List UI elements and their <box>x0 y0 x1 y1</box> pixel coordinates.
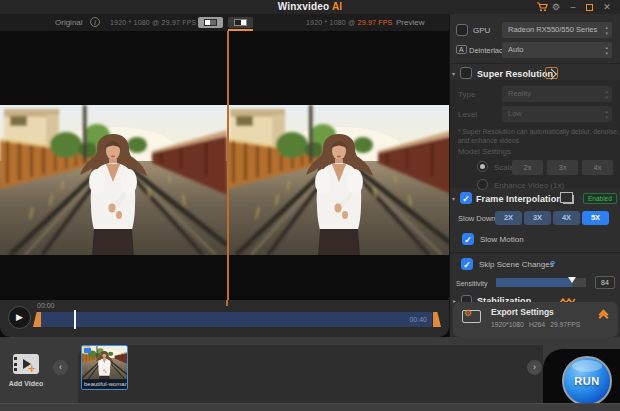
close-icon[interactable]: ✕ <box>601 0 613 14</box>
play-button[interactable]: ▶ <box>8 306 31 329</box>
skip-scene-changes-label: Skip Scene Changes <box>479 260 554 269</box>
dropdown-arrows-icon: ▴▾ <box>605 44 608 56</box>
gear-icon[interactable]: ⚙ <box>550 0 562 14</box>
run-area: RUN <box>543 349 620 403</box>
help-icon[interactable]: ? <box>550 259 556 269</box>
add-plus-icon: + <box>28 361 36 376</box>
sensitivity-label: Sensitivity <box>456 280 488 287</box>
super-resolution-title: Super Resolution <box>477 69 553 79</box>
slow-down-label: Slow Down <box>458 214 496 223</box>
sensitivity-value: 84 <box>595 276 615 289</box>
super-resolution-caret-icon[interactable]: ▾ <box>452 70 455 77</box>
media-bar: + Add Video ‹ beautiful-woman- › RUN <box>0 337 620 403</box>
export-settings-card[interactable]: ⚙ Export Settings 1920*1080H26429.97FPS <box>453 302 618 337</box>
title-bar: Winxvideo AI ⚙ – ✕ <box>0 0 620 14</box>
slow-down-4x-button[interactable]: 4X <box>553 211 580 225</box>
divider-tick <box>226 300 228 306</box>
timeline-current-time: 00:00 <box>37 302 55 309</box>
preview-resolution: 1920 * 1080 @ 29.97 FPS <box>306 19 392 26</box>
enhance-video-label: Enhance Video (1x) <box>494 181 564 190</box>
settings-panel: GPU Radeon RX550/550 Series ▴▾ A Deinter… <box>449 14 620 337</box>
winxvideo-app-window: Winxvideo AI ⚙ – ✕ Original i 1920 * 108… <box>0 0 620 411</box>
maximize-icon[interactable] <box>586 4 593 11</box>
chevron-right-icon[interactable]: › <box>527 360 542 375</box>
enhance-video-radio[interactable] <box>477 179 488 190</box>
minimize-icon[interactable]: – <box>567 0 579 14</box>
preview-header: Original i 1920 * 1080 @ 29.97 FPS 1920 … <box>0 14 449 31</box>
dropdown-arrows-icon: ▴▾ <box>605 24 608 36</box>
scale-expand-icon[interactable] <box>545 67 558 79</box>
preview-section: Original i 1920 * 1080 @ 29.97 FPS 1920 … <box>0 14 449 337</box>
slow-down-2x-button[interactable]: 2X <box>495 211 522 225</box>
side-by-side-icon <box>204 19 217 26</box>
scale-2x-button[interactable]: 2x <box>512 160 543 175</box>
preview-video-pane[interactable] <box>229 31 449 300</box>
ai-badge-icon <box>84 348 91 353</box>
skip-scene-changes-checkbox[interactable]: ✓ <box>461 258 473 270</box>
gpu-dropdown[interactable]: Radeon RX550/550 Series ▴▾ <box>502 22 612 38</box>
original-resolution: 1920 * 1080 @ 29.97 FPS <box>110 19 196 26</box>
playhead[interactable] <box>74 310 76 329</box>
add-video-label[interactable]: Add Video <box>0 380 52 387</box>
super-resolution-checkbox[interactable] <box>460 67 472 79</box>
video-preview-area <box>0 31 449 300</box>
slow-motion-label: Slow Motion <box>480 235 524 244</box>
level-label: Level <box>458 110 477 119</box>
timeline-panel: ▶ 00:00 00:40 <box>0 300 449 337</box>
chevron-left-icon[interactable]: ‹ <box>53 360 68 375</box>
scale-4x-button[interactable]: 4x <box>582 160 613 175</box>
compare-side-by-side-button[interactable] <box>198 17 223 28</box>
frame-interpolation-checkbox[interactable]: ✓ <box>460 192 472 204</box>
original-label: Original <box>55 18 83 27</box>
enabled-badge: Enabled <box>583 193 617 204</box>
deinterlace-icon: A <box>456 45 467 54</box>
gpu-checkbox[interactable] <box>456 24 468 36</box>
scale-radio[interactable] <box>477 161 488 172</box>
scale-3x-button[interactable]: 3x <box>547 160 578 175</box>
gpu-label: GPU <box>473 26 490 35</box>
slow-motion-checkbox[interactable]: ✓ <box>462 233 474 245</box>
original-video-frame <box>0 105 227 255</box>
sensitivity-slider-thumb[interactable] <box>568 277 576 283</box>
preview-fps: 29.97 FPS <box>358 19 393 26</box>
clip-name: beautiful-woman- <box>82 379 127 389</box>
compare-slider-button[interactable] <box>228 17 253 28</box>
trim-handle-left[interactable] <box>33 312 41 327</box>
export-gear-icon: ⚙ <box>464 308 472 318</box>
export-settings-title: Export Settings <box>491 307 554 317</box>
sensitivity-slider[interactable] <box>496 278 586 287</box>
level-dropdown[interactable]: Low ▴▾ <box>502 106 612 122</box>
type-dropdown[interactable]: Reality ▴▾ <box>502 86 612 102</box>
scale-label: Scale <box>494 163 514 172</box>
preview-video-frame <box>229 105 449 255</box>
cart-icon[interactable] <box>536 2 548 12</box>
info-icon[interactable]: i <box>90 17 100 27</box>
frame-interpolation-caret-icon[interactable]: ▾ <box>452 195 455 202</box>
frame-interpolation-title: Frame Interpolation <box>476 194 562 204</box>
run-button-shine <box>572 360 602 372</box>
original-video-pane[interactable] <box>0 31 227 300</box>
compare-divider[interactable] <box>227 31 229 300</box>
frames-stack-icon[interactable] <box>563 195 574 204</box>
slider-compare-icon <box>234 19 247 26</box>
clip-strip <box>78 345 543 403</box>
slow-down-5x-button[interactable]: 5X <box>582 211 609 225</box>
dropdown-arrows-icon: ▴▾ <box>605 88 608 100</box>
status-strip <box>0 403 620 411</box>
app-title: Winxvideo AI <box>0 1 620 12</box>
super-resolution-note: * Super Resolution can automatically deb… <box>458 127 619 145</box>
deinterlacing-dropdown[interactable]: Auto ▴▾ <box>502 42 612 58</box>
trim-handle-right[interactable] <box>433 312 441 327</box>
sensitivity-slider-fill <box>496 278 572 287</box>
clip-thumbnail[interactable]: beautiful-woman- <box>81 345 128 390</box>
slow-down-3x-button[interactable]: 3X <box>524 211 551 225</box>
preview-label: Preview <box>396 18 424 27</box>
export-settings-details: 1920*1080H26429.97FPS <box>491 321 585 328</box>
timeline-end-time: 00:40 <box>409 316 427 323</box>
type-label: Type <box>458 90 475 99</box>
collapse-double-chevron-icon[interactable] <box>600 311 607 321</box>
model-settings-label: Model Settings <box>458 147 511 156</box>
timeline-track[interactable]: 00:40 <box>33 312 441 327</box>
timeline-range[interactable] <box>41 312 432 327</box>
dropdown-arrows-icon: ▴▾ <box>605 108 608 120</box>
